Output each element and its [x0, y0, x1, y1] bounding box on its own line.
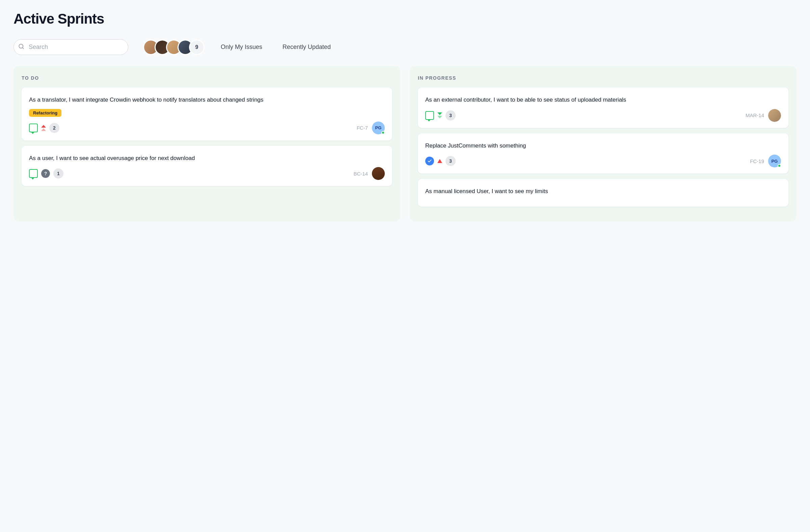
- comment-count-3: 3: [446, 110, 456, 120]
- online-dot-1: [382, 131, 385, 134]
- card-footer-right-2: BC-14: [353, 167, 385, 180]
- card-footer-right-3: MAR-14: [746, 109, 781, 122]
- column-in-progress: IN PROGRESS As an external contributor, …: [410, 66, 796, 222]
- issue-id-1: FC-7: [357, 125, 368, 131]
- issue-id-2: BC-14: [353, 171, 368, 177]
- priority-unknown-icon-2: ?: [41, 169, 50, 178]
- card-footer-3: 3 MAR-14: [425, 109, 781, 122]
- comment-count-2: 1: [53, 168, 63, 179]
- page-title: Active Sprints: [14, 11, 796, 27]
- card-footer-2: ? 1 BC-14: [29, 167, 385, 180]
- svg-line-1: [22, 47, 23, 48]
- comment-count-1: 2: [49, 123, 60, 133]
- online-dot-4: [778, 164, 781, 167]
- search-icon: [18, 43, 24, 51]
- column-header-todo: TO DO: [21, 75, 392, 81]
- comment-icon-1[interactable]: [29, 124, 38, 132]
- card-title-1: As a translator, I want integrate Crowdi…: [29, 96, 385, 104]
- tag-refactoring: Refactoring: [29, 109, 61, 117]
- card-todo-2[interactable]: As a user, I want to see actual overusag…: [21, 146, 392, 186]
- avatars-group: 9: [143, 39, 205, 55]
- avatar-bc-2: [372, 167, 385, 180]
- priority-high-icon-1: [41, 125, 46, 131]
- comment-count-4: 3: [446, 156, 456, 166]
- avatar-count[interactable]: 9: [189, 39, 205, 55]
- column-header-in-progress: IN PROGRESS: [418, 75, 789, 81]
- card-title-3: As an external contributor, I want to be…: [425, 96, 781, 104]
- avatar-sm-3: [768, 109, 781, 122]
- card-inprogress-2[interactable]: Replace JustComments with something 3 FC…: [418, 133, 789, 174]
- checkmark-icon-4: [425, 157, 434, 165]
- issue-id-3: MAR-14: [746, 112, 764, 118]
- comment-icon-3[interactable]: [425, 111, 434, 120]
- comment-icon-2[interactable]: [29, 169, 38, 178]
- card-footer-right-1: FC-7 PG: [357, 122, 385, 134]
- card-footer-4: 3 FC-19 PG: [425, 155, 781, 167]
- card-footer-1: 2 FC-7 PG: [29, 122, 385, 134]
- toolbar: 9 Only My Issues Recently Updated: [14, 39, 796, 55]
- card-title-4: Replace JustComments with something: [425, 142, 781, 150]
- board: TO DO As a translator, I want integrate …: [14, 66, 796, 222]
- recently-updated-button[interactable]: Recently Updated: [278, 41, 335, 53]
- column-todo: TO DO As a translator, I want integrate …: [14, 66, 400, 222]
- avatar-pg-1: PG: [372, 122, 385, 134]
- search-input[interactable]: [14, 39, 128, 55]
- card-footer-right-4: FC-19 PG: [750, 155, 781, 167]
- card-inprogress-3[interactable]: As manual licensed User, I want to see m…: [418, 179, 789, 207]
- card-title-2: As a user, I want to see actual overusag…: [29, 154, 385, 163]
- card-title-5: As manual licensed User, I want to see m…: [425, 187, 781, 196]
- only-my-issues-button[interactable]: Only My Issues: [217, 41, 266, 53]
- issue-id-4: FC-19: [750, 158, 764, 164]
- card-inprogress-1[interactable]: As an external contributor, I want to be…: [418, 87, 789, 128]
- card-todo-1[interactable]: As a translator, I want integrate Crowdi…: [21, 87, 392, 141]
- priority-medium-icon-3: [437, 112, 442, 118]
- search-container: [14, 39, 128, 55]
- priority-high-arrow-4: [437, 159, 442, 163]
- avatar-pg-4: PG: [768, 155, 781, 167]
